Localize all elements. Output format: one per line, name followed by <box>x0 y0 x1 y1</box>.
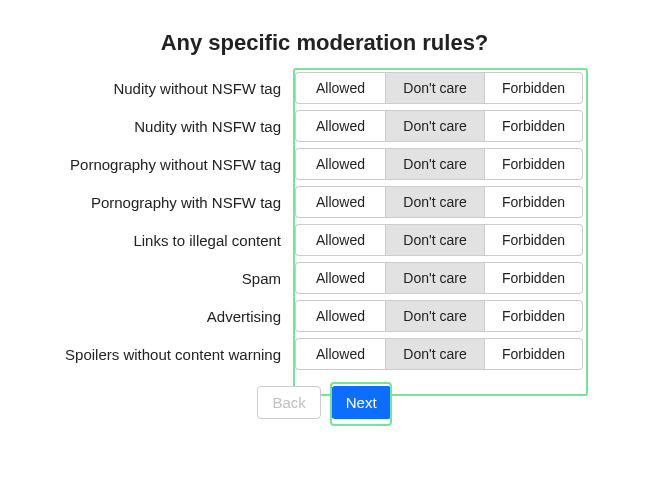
rule-options: AllowedDon't careForbidden <box>295 300 583 332</box>
option-dontcare[interactable]: Don't care <box>385 300 485 332</box>
option-dontcare[interactable]: Don't care <box>385 224 485 256</box>
option-allowed[interactable]: Allowed <box>295 300 385 332</box>
option-dontcare[interactable]: Don't care <box>385 72 485 104</box>
rule-options: AllowedDon't careForbidden <box>295 148 583 180</box>
rule-row: Nudity without NSFW tagAllowedDon't care… <box>50 72 599 104</box>
moderation-rules-form: Nudity without NSFW tagAllowedDon't care… <box>50 72 599 370</box>
option-allowed[interactable]: Allowed <box>295 186 385 218</box>
rule-label: Nudity with NSFW tag <box>50 118 295 135</box>
rule-row: Pornography without NSFW tagAllowedDon't… <box>50 148 599 180</box>
rule-label: Pornography without NSFW tag <box>50 156 295 173</box>
option-allowed[interactable]: Allowed <box>295 110 385 142</box>
option-allowed[interactable]: Allowed <box>295 72 385 104</box>
option-allowed[interactable]: Allowed <box>295 148 385 180</box>
option-allowed[interactable]: Allowed <box>295 338 385 370</box>
rule-row: Links to illegal contentAllowedDon't car… <box>50 224 599 256</box>
option-allowed[interactable]: Allowed <box>295 224 385 256</box>
option-allowed[interactable]: Allowed <box>295 262 385 294</box>
rule-options: AllowedDon't careForbidden <box>295 110 583 142</box>
option-dontcare[interactable]: Don't care <box>385 338 485 370</box>
rule-label: Spoilers without content warning <box>50 346 295 363</box>
rule-row: SpamAllowedDon't careForbidden <box>50 262 599 294</box>
rule-options: AllowedDon't careForbidden <box>295 224 583 256</box>
rule-row: AdvertisingAllowedDon't careForbidden <box>50 300 599 332</box>
rule-row: Nudity with NSFW tagAllowedDon't careFor… <box>50 110 599 142</box>
option-forbidden[interactable]: Forbidden <box>485 110 583 142</box>
rule-row: Pornography with NSFW tagAllowedDon't ca… <box>50 186 599 218</box>
rule-options: AllowedDon't careForbidden <box>295 262 583 294</box>
option-forbidden[interactable]: Forbidden <box>485 224 583 256</box>
rule-row: Spoilers without content warningAllowedD… <box>50 338 599 370</box>
next-button[interactable]: Next <box>331 386 392 419</box>
option-forbidden[interactable]: Forbidden <box>485 300 583 332</box>
footer-nav: Back Next <box>50 386 599 419</box>
rule-options: AllowedDon't careForbidden <box>295 186 583 218</box>
rule-label: Advertising <box>50 308 295 325</box>
rule-label: Pornography with NSFW tag <box>50 194 295 211</box>
option-forbidden[interactable]: Forbidden <box>485 262 583 294</box>
option-forbidden[interactable]: Forbidden <box>485 186 583 218</box>
option-forbidden[interactable]: Forbidden <box>485 72 583 104</box>
rule-label: Links to illegal content <box>50 232 295 249</box>
rule-options: AllowedDon't careForbidden <box>295 72 583 104</box>
option-forbidden[interactable]: Forbidden <box>485 338 583 370</box>
option-forbidden[interactable]: Forbidden <box>485 148 583 180</box>
option-dontcare[interactable]: Don't care <box>385 148 485 180</box>
option-dontcare[interactable]: Don't care <box>385 110 485 142</box>
page-title: Any specific moderation rules? <box>50 30 599 56</box>
option-dontcare[interactable]: Don't care <box>385 186 485 218</box>
rule-label: Spam <box>50 270 295 287</box>
option-dontcare[interactable]: Don't care <box>385 262 485 294</box>
rule-label: Nudity without NSFW tag <box>50 80 295 97</box>
rule-options: AllowedDon't careForbidden <box>295 338 583 370</box>
back-button[interactable]: Back <box>257 386 320 419</box>
